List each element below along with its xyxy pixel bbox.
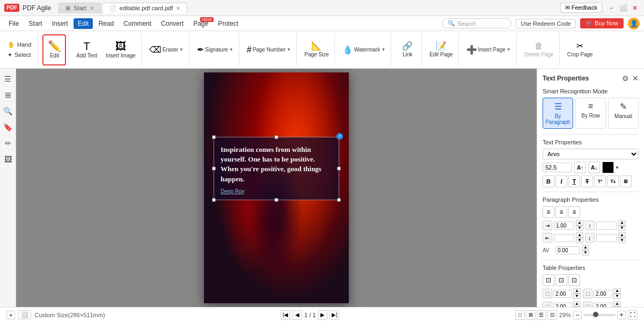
fullscreen-button[interactable]: ⛶ xyxy=(628,310,638,320)
decrease-font-button[interactable]: A↓ xyxy=(588,162,600,173)
align-right-button[interactable]: ≡ xyxy=(568,206,580,218)
align-center-button[interactable]: ≡ xyxy=(555,206,567,218)
insert-page-button[interactable]: ➕ Insert Page ▼ xyxy=(463,34,514,65)
last-page-button[interactable]: ▶| xyxy=(330,310,339,320)
tval3-up[interactable]: ▲ xyxy=(573,301,581,306)
menu-start[interactable]: Start xyxy=(24,18,46,29)
ls-down[interactable]: ▼ xyxy=(618,225,626,231)
increase-font-button[interactable]: A↑ xyxy=(574,162,586,173)
add-text-button[interactable]: T Add Text xyxy=(73,34,100,65)
feedback-button[interactable]: ✉ Feedback xyxy=(560,3,602,13)
italic-button[interactable]: I xyxy=(555,175,567,187)
add-page-button[interactable]: + xyxy=(6,311,15,319)
underline-button[interactable]: T xyxy=(568,175,580,187)
delete-page-button[interactable]: 🗑 Delete Page xyxy=(521,34,557,65)
tab-editable[interactable]: 📄 editable.pdf card.pdf ✕ xyxy=(102,3,188,13)
superscript-button[interactable]: T² xyxy=(594,175,606,187)
align-left-button[interactable]: ≡ xyxy=(543,206,554,218)
font-color-swatch[interactable] xyxy=(602,162,614,173)
view-fit-button[interactable]: ⊡ xyxy=(547,310,557,320)
panel-close-icon[interactable]: ✕ xyxy=(632,74,639,83)
sidebar-search-icon[interactable]: 🔍 xyxy=(2,105,14,117)
menu-protect[interactable]: Protect xyxy=(214,18,243,29)
tval2-down[interactable]: ▼ xyxy=(613,294,621,299)
menu-comment[interactable]: Comment xyxy=(119,18,156,29)
indent-up-2[interactable]: ▲ xyxy=(576,232,583,238)
handle-br[interactable] xyxy=(337,198,341,202)
maximize-button[interactable]: ⬜ xyxy=(618,3,628,13)
ps-down[interactable]: ▼ xyxy=(618,238,626,243)
editable-tab-close[interactable]: ✕ xyxy=(176,5,180,11)
tval3-down[interactable]: ▼ xyxy=(573,306,581,307)
font-select[interactable]: Arvo xyxy=(543,149,639,159)
table-val-2-input[interactable] xyxy=(594,290,612,298)
zoom-out-button[interactable]: − xyxy=(573,311,582,319)
next-page-button[interactable]: ▶ xyxy=(318,310,327,320)
handle-bm[interactable] xyxy=(275,198,279,202)
buy-button[interactable]: 🛒 Buy Now xyxy=(580,18,624,28)
eraser-button[interactable]: ⌫ Eraser ▼ xyxy=(146,34,187,65)
table-val-4-input[interactable] xyxy=(594,303,612,308)
sidebar-edit-icon[interactable]: ✏ xyxy=(2,137,14,149)
view-double-button[interactable]: ⊞ xyxy=(526,310,536,320)
start-tab-close[interactable]: ✕ xyxy=(90,5,94,11)
table-align-center[interactable]: ⊡ xyxy=(555,274,567,286)
watermark-button[interactable]: 💧 Watermark ▼ xyxy=(339,34,389,65)
ls-up[interactable]: ▲ xyxy=(618,220,626,225)
link-button[interactable]: 🔗 Link xyxy=(396,34,419,65)
hand-button[interactable]: ✋ ✋ Hand Hand xyxy=(4,40,34,49)
sidebar-bookmark-icon[interactable]: 🔖 xyxy=(2,121,14,133)
close-button[interactable]: ✕ xyxy=(630,3,640,13)
view-scroll-button[interactable]: ☰ xyxy=(537,310,546,320)
crop-page-button[interactable]: ✂ Crop Page xyxy=(564,34,596,65)
table-val-1-input[interactable] xyxy=(553,290,572,298)
line-spacing-input[interactable] xyxy=(596,222,617,230)
para-spacing-input[interactable] xyxy=(596,234,617,242)
subscript-button[interactable]: T₂ xyxy=(607,175,619,187)
indent-down-1[interactable]: ▼ xyxy=(576,225,583,231)
mode-by-row[interactable]: ≡ By Row xyxy=(575,98,606,129)
av-down[interactable]: ▼ xyxy=(582,250,589,255)
menu-edit[interactable]: Edit xyxy=(74,18,93,29)
font-size-input[interactable] xyxy=(543,163,572,172)
page-edit-button[interactable]: 📝 Edit Page xyxy=(426,34,456,65)
bold-button[interactable]: B xyxy=(543,175,554,187)
sidebar-pages-icon[interactable]: ⊞ xyxy=(2,89,14,101)
tab-start[interactable]: ⊞ Start ✕ xyxy=(58,3,100,13)
av-input[interactable] xyxy=(555,246,580,254)
first-page-button[interactable]: |◀ xyxy=(281,310,290,320)
table-val-3-input[interactable] xyxy=(553,303,572,308)
edit-button[interactable]: ✏️ Edit xyxy=(42,34,66,65)
menu-insert[interactable]: Insert xyxy=(48,18,72,29)
fit-page-button[interactable]: ⬜ xyxy=(18,310,31,319)
strikethrough-button[interactable]: T xyxy=(581,175,593,187)
mode-by-paragraph[interactable]: ☰ By Paragraph xyxy=(543,98,573,129)
redeem-button[interactable]: Use Redeem Code xyxy=(516,19,576,28)
tval1-down[interactable]: ▼ xyxy=(573,294,581,299)
av-up[interactable]: ▲ xyxy=(582,245,589,250)
menu-convert[interactable]: Convert xyxy=(157,18,188,29)
zoom-slider-thumb[interactable] xyxy=(593,312,598,317)
zoom-in-button[interactable]: + xyxy=(617,311,626,319)
minimize-button[interactable]: − xyxy=(606,3,616,13)
indent-input-2[interactable] xyxy=(554,234,574,242)
handle-tm[interactable] xyxy=(275,135,279,139)
tval4-down[interactable]: ▼ xyxy=(613,306,621,307)
tval1-up[interactable]: ▲ xyxy=(573,288,581,294)
pdf-text-box[interactable]: ↗ Inspiration comes from within yourself… xyxy=(214,137,339,200)
font-color-arrow[interactable]: ▼ xyxy=(615,165,619,170)
indent-down-2[interactable]: ▼ xyxy=(576,238,583,243)
indent-up-1[interactable]: ▲ xyxy=(576,220,583,225)
handle-bl[interactable] xyxy=(212,198,216,202)
handle-ml[interactable] xyxy=(212,166,216,170)
ps-up[interactable]: ▲ xyxy=(618,232,626,238)
tval2-up[interactable]: ▲ xyxy=(613,288,621,294)
user-avatar[interactable]: 👤 xyxy=(628,18,640,30)
prev-page-button[interactable]: ◀ xyxy=(292,310,302,320)
handle-tl[interactable] xyxy=(212,135,216,139)
search-box[interactable]: 🔍 Search xyxy=(442,18,511,28)
more-format-button[interactable]: ⊞ xyxy=(620,175,632,187)
tval4-up[interactable]: ▲ xyxy=(613,301,621,306)
panel-settings-icon[interactable]: ⚙ xyxy=(622,74,629,83)
table-align-right[interactable]: ⊡ xyxy=(568,274,580,286)
